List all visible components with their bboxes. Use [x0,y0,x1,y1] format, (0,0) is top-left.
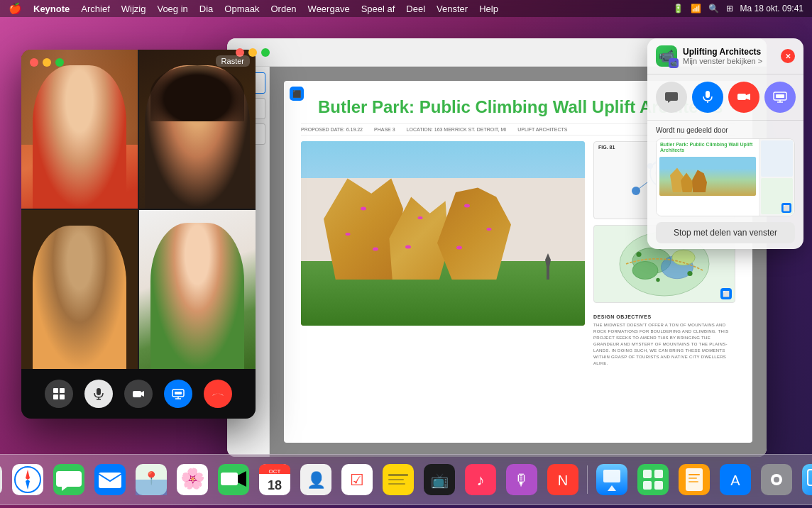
notif-preview: Butler Park: Public Climbing Wall Uplift… [656,138,795,216]
maximize-button[interactable] [261,48,270,57]
menu-wijzig[interactable]: Wijzig [121,4,146,14]
svg-rect-40 [706,91,710,98]
dock-launchpad[interactable]: 🚀 [0,461,5,498]
menu-deel[interactable]: Deel [406,4,425,14]
facetime-close-button[interactable] [30,58,38,67]
svg-point-105 [774,477,779,482]
dock-pages[interactable] [676,461,713,498]
minimize-button[interactable] [248,48,257,57]
dock-mail[interactable] [92,461,128,498]
battery-icon: 🔋 [673,4,684,13]
mic-button[interactable] [692,82,723,113]
svg-rect-34 [133,391,141,397]
screen-share-notif-button[interactable] [764,82,796,113]
control-center[interactable]: ⊞ [726,4,733,13]
dock-maps[interactable]: 📍 [133,461,170,498]
dock-photos[interactable]: 🌸 [174,461,211,498]
menu-opmaak[interactable]: Opmaak [224,4,259,14]
menu-archief[interactable]: Archief [81,4,109,14]
stop-sharing-button[interactable]: Stop met delen van venster [656,222,795,243]
menu-voeg-in[interactable]: Voeg in [157,4,187,14]
dock-calendar[interactable]: 18 OCT [256,461,293,498]
share-screen-button[interactable] [164,380,192,408]
hold-1 [361,207,366,211]
svg-rect-100 [688,481,698,482]
contacts-icon: 👤 [300,464,331,495]
dock-messages[interactable] [50,461,87,498]
facetime-dock-icon [218,464,249,495]
grid-icon [53,387,65,400]
svg-rect-27 [53,388,58,393]
dock-news[interactable]: N [544,461,581,498]
news-icon: N [547,464,578,495]
svg-text:👤: 👤 [307,470,327,490]
video-button[interactable] [728,82,759,113]
svg-rect-93 [654,470,663,478]
svg-rect-89 [603,470,620,482]
svg-rect-92 [643,470,652,478]
raster-badge[interactable]: Raster [216,55,250,67]
preview-photo [659,157,756,196]
notif-subtitle[interactable]: Mijn venster bekijken > [683,57,775,65]
dock-keynote[interactable] [593,461,630,498]
notif-close-button[interactable]: ✕ [781,49,795,63]
pages-icon-svg [679,464,710,495]
facetime-window[interactable]: Raster [21,50,256,419]
search-icon[interactable]: 🔍 [708,4,719,13]
diagram-label: FIG. 81 [598,145,615,150]
mute-button[interactable] [84,380,113,408]
desktop: ⬛ Butler Park: Public Climbing Wall Upli… [0,17,812,451]
svg-text:18: 18 [268,478,282,492]
preview-screen-icon: ⬜ [781,203,791,213]
menu-venster[interactable]: Venster [437,4,468,14]
chat-button[interactable] [656,82,687,113]
menu-weergave[interactable]: Weergave [308,4,350,14]
menu-help[interactable]: Help [479,4,498,14]
facetime-minimize-button[interactable] [43,58,51,67]
settings-icon-svg [761,464,792,495]
microphone-icon [92,387,105,400]
dock-separator [587,465,588,494]
dock-facetime[interactable] [215,461,252,498]
dock-podcasts[interactable]: 🎙 [503,461,540,498]
dock-notes[interactable] [380,461,417,498]
svg-text:OCT: OCT [269,468,281,475]
preview-rock-3 [691,170,707,192]
dock-settings[interactable] [758,461,795,498]
camera-icon [132,387,145,400]
notif-sharing-label: Wordt nu gedeeld door [656,126,795,134]
hold-5 [405,245,411,248]
meta-phase: PHASE 3 [374,127,395,132]
notif-title: Uplifting Architects Mijn venster bekijk… [683,47,775,65]
dock-appstore[interactable]: A [717,461,754,498]
dock-contacts[interactable]: 👤 [297,461,334,498]
wifi-icon: 📶 [691,4,701,13]
dock-screentime[interactable] [799,461,812,498]
grid-view-button[interactable] [45,380,73,408]
svg-text:A: A [730,473,740,488]
numbers-icon-svg [637,464,669,495]
end-call-button[interactable] [204,380,232,408]
camera-button[interactable] [124,380,153,408]
screen-share-icon: ⬛ [292,90,301,98]
dock-music[interactable]: ♪ [462,461,499,498]
preview-title: Butler Park: Public Climbing Wall Uplift… [657,139,759,155]
notif-sharing: Wordt nu gedeeld door Butler Park: Publi… [647,121,803,249]
menu-bar-left: 🍎 Keynote Archief Wijzig Voeg in Dia Opm… [9,2,498,15]
menu-orden[interactable]: Orden [270,4,296,14]
dock-numbers[interactable] [635,461,671,498]
app-name[interactable]: Keynote [33,4,70,14]
facetime-maximize-button[interactable] [55,58,64,67]
person-3-avatar [33,226,126,369]
dock-safari[interactable] [9,461,46,498]
dock-tv[interactable]: 📺 [421,461,458,498]
dock-reminders[interactable]: ☑ [339,461,375,498]
menu-speel-af[interactable]: Speel af [361,4,395,14]
svg-rect-79 [388,483,405,485]
hold-3 [373,248,378,251]
menu-dia[interactable]: Dia [199,4,214,14]
apple-menu[interactable]: 🍎 [9,2,22,15]
messages-icon [53,464,84,495]
mic-icon [701,90,715,104]
screen-share-indicator: ⬛ [290,87,304,101]
